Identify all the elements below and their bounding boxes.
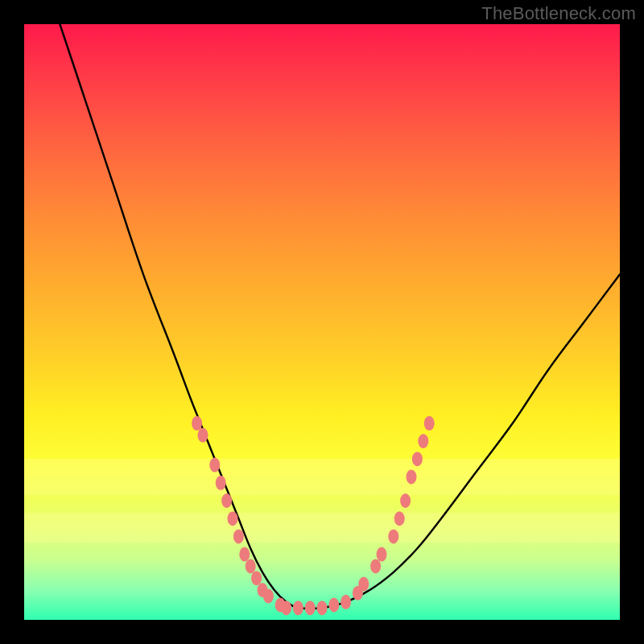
curve-marker [370,559,381,573]
curve-marker [209,458,220,473]
curve-marker [328,598,339,613]
marker-group [192,416,435,615]
curve-marker [251,571,262,585]
curve-marker [317,601,328,615]
curve-marker [221,493,232,508]
bottleneck-curve [60,24,620,609]
plot-area [24,24,620,620]
curve-marker [192,416,202,431]
curve-marker [388,529,398,543]
curve-marker [198,428,208,443]
curve-marker [377,547,387,562]
curve-marker [281,601,291,615]
curve-marker [358,577,369,592]
curve-marker [239,547,250,562]
curve-marker [394,511,405,526]
curve-marker [293,601,303,615]
chart-frame: TheBottleneck.com [0,0,644,644]
curve-marker [233,529,244,543]
curve-marker [412,452,423,466]
attribution-text: TheBottleneck.com [481,3,636,24]
curve-marker [216,476,226,490]
curve-marker [341,595,351,609]
curve-marker [407,469,417,484]
chart-svg [24,24,620,620]
curve-marker [418,434,428,448]
curve-marker [228,511,238,526]
curve-marker [424,416,435,431]
curve-marker [305,601,316,615]
curve-marker [400,493,411,508]
curve-marker [263,588,274,603]
curve-marker [246,559,256,573]
